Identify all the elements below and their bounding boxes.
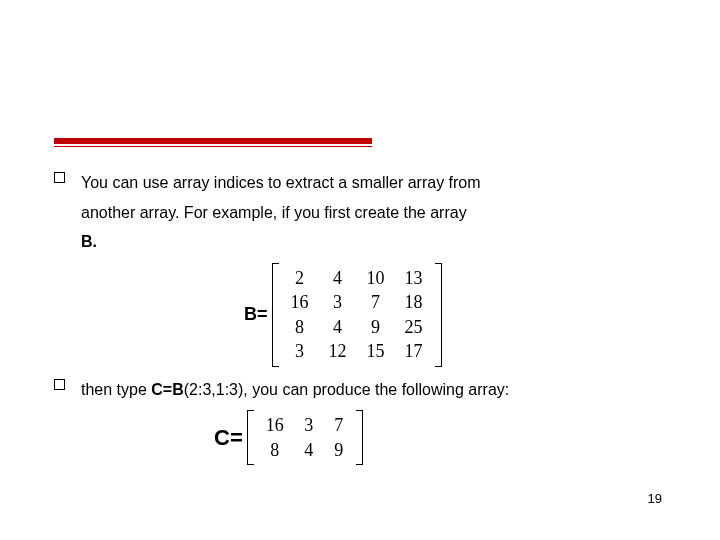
cell: 8 bbox=[281, 315, 319, 340]
table-row: 3 12 15 17 bbox=[281, 339, 433, 364]
matrix-b-label: B= bbox=[244, 304, 268, 325]
bracket-right-icon bbox=[435, 263, 442, 367]
cell: 17 bbox=[395, 339, 433, 364]
table-row: 8 4 9 bbox=[256, 438, 354, 463]
page-number: 19 bbox=[648, 491, 662, 506]
cell: 3 bbox=[319, 290, 357, 315]
square-bullet-icon bbox=[54, 379, 65, 390]
cell: 4 bbox=[319, 266, 357, 291]
bullet-text: then type C=B(2:3,1:3), you can produce … bbox=[81, 375, 509, 405]
matrix-c-label: C= bbox=[214, 425, 243, 451]
cell: 9 bbox=[324, 438, 354, 463]
cell: 4 bbox=[319, 315, 357, 340]
matrix-c: 16 3 7 8 4 9 bbox=[247, 410, 363, 465]
matrix-b: 2 4 10 13 16 3 7 18 8 4 9 25 bbox=[272, 263, 442, 367]
matrix-b-line: B= 2 4 10 13 16 3 7 18 8 4 bbox=[244, 263, 666, 367]
cell: 4 bbox=[294, 438, 324, 463]
rule-thin bbox=[54, 146, 372, 147]
line2: another array. For example, if you first… bbox=[81, 204, 467, 221]
table-row: 16 3 7 18 bbox=[281, 290, 433, 315]
cell: 18 bbox=[395, 290, 433, 315]
cell: 10 bbox=[357, 266, 395, 291]
table-row: 2 4 10 13 bbox=[281, 266, 433, 291]
cell: 7 bbox=[357, 290, 395, 315]
bracket-right-icon bbox=[356, 410, 363, 465]
bracket-left-icon bbox=[247, 410, 254, 465]
cell: 3 bbox=[281, 339, 319, 364]
cell: 2 bbox=[281, 266, 319, 291]
bullet-text: You can use array indices to extract a s… bbox=[81, 168, 481, 257]
table-row: 16 3 7 bbox=[256, 413, 354, 438]
cell: 13 bbox=[395, 266, 433, 291]
text-tail: , you can produce the following array: bbox=[243, 381, 509, 398]
cell: 9 bbox=[357, 315, 395, 340]
bullet-item-1: You can use array indices to extract a s… bbox=[54, 168, 666, 257]
cell: 12 bbox=[319, 339, 357, 364]
line3: B. bbox=[81, 233, 97, 250]
cell: 25 bbox=[395, 315, 433, 340]
rule-thick bbox=[54, 138, 372, 144]
cell: 16 bbox=[256, 413, 294, 438]
cell: 16 bbox=[281, 290, 319, 315]
cell: 3 bbox=[294, 413, 324, 438]
line1: You can use array indices to extract a s… bbox=[81, 174, 481, 191]
matrix-c-line: C= 16 3 7 8 4 9 bbox=[214, 410, 666, 465]
title-underline bbox=[54, 138, 372, 148]
bracket-left-icon bbox=[272, 263, 279, 367]
square-bullet-icon bbox=[54, 172, 65, 183]
text-part: then type bbox=[81, 381, 151, 398]
code-part: C=B bbox=[151, 381, 183, 398]
cell: 7 bbox=[324, 413, 354, 438]
cell: 8 bbox=[256, 438, 294, 463]
bullet-item-2: then type C=B(2:3,1:3), you can produce … bbox=[54, 375, 666, 405]
matrix-c-table: 16 3 7 8 4 9 bbox=[256, 413, 354, 462]
slide-content: You can use array indices to extract a s… bbox=[54, 168, 666, 473]
args-part: (2:3,1:3) bbox=[184, 381, 244, 398]
table-row: 8 4 9 25 bbox=[281, 315, 433, 340]
matrix-b-table: 2 4 10 13 16 3 7 18 8 4 9 25 bbox=[281, 266, 433, 364]
cell: 15 bbox=[357, 339, 395, 364]
